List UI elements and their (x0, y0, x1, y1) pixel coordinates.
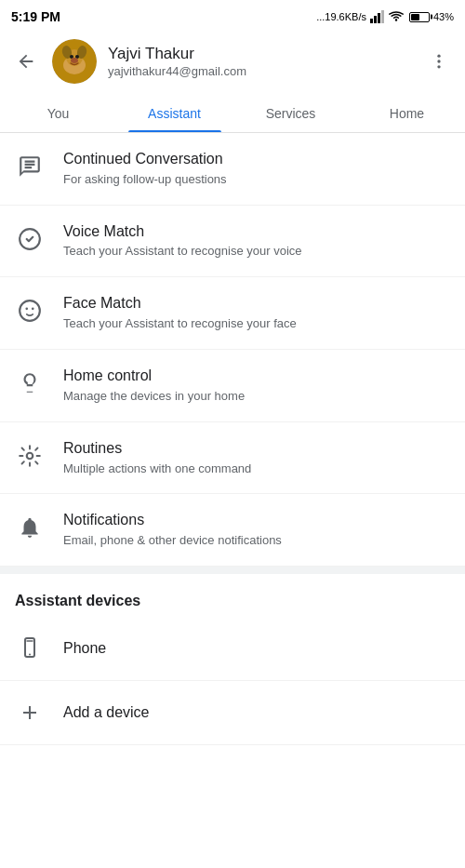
routines-subtitle: Multiple actions with one command (63, 461, 450, 477)
tab-you[interactable]: You (0, 93, 116, 132)
home-control-title: Home control (63, 367, 450, 386)
back-button[interactable] (11, 47, 41, 76)
phone-device-item[interactable]: Phone (0, 617, 465, 681)
continued-conversation-text: Continued Conversation For asking follow… (63, 150, 450, 188)
battery-icon (409, 12, 430, 22)
svg-point-17 (20, 301, 40, 322)
tabs-bar: You Assistant Services Home (0, 93, 465, 133)
tab-assistant[interactable]: Assistant (116, 93, 232, 132)
svg-rect-1 (374, 16, 377, 23)
network-speed: ...19.6KB/s (316, 11, 366, 22)
continued-conversation-subtitle: For asking follow-up questions (63, 172, 450, 188)
status-time: 5:19 PM (11, 9, 60, 24)
face-icon (15, 296, 45, 326)
assistant-devices-section: Assistant devices Phone Add a device (0, 574, 465, 745)
face-match-subtitle: Teach your Assistant to recognise your f… (63, 316, 450, 332)
add-device-item[interactable]: Add a device (0, 681, 465, 745)
home-control-text: Home control Manage the devices in your … (63, 367, 450, 405)
back-icon (16, 51, 36, 72)
tab-home[interactable]: Home (349, 93, 465, 132)
svg-rect-3 (381, 10, 384, 23)
notifications-title: Notifications (63, 511, 450, 530)
notifications-text: Notifications Email, phone & other devic… (63, 511, 450, 549)
svg-point-14 (437, 60, 440, 62)
svg-rect-2 (378, 13, 380, 23)
face-match-title: Face Match (63, 294, 450, 314)
routines-text: Routines Multiple actions with one comma… (63, 439, 450, 477)
add-icon (15, 698, 45, 728)
svg-point-15 (437, 65, 440, 68)
phone-label: Phone (63, 640, 106, 657)
routines-item[interactable]: Routines Multiple actions with one comma… (0, 422, 465, 495)
voice-match-subtitle: Teach your Assistant to recognise your v… (63, 244, 450, 260)
tab-services[interactable]: Services (232, 93, 349, 132)
svg-point-13 (437, 55, 440, 58)
notifications-item[interactable]: Notifications Email, phone & other devic… (0, 494, 465, 567)
svg-point-12 (71, 58, 78, 63)
wifi-icon (389, 10, 404, 23)
notifications-subtitle: Email, phone & other device notification… (63, 533, 450, 549)
more-icon (430, 52, 448, 71)
chat-icon (15, 152, 45, 181)
svg-point-4 (395, 19, 397, 20)
voice-icon (15, 224, 45, 254)
voice-match-title: Voice Match (63, 222, 450, 242)
continued-conversation-title: Continued Conversation (63, 150, 450, 169)
continued-conversation-item[interactable]: Continued Conversation For asking follow… (0, 133, 465, 206)
phone-icon (15, 634, 45, 663)
svg-point-18 (25, 308, 28, 311)
user-name: Yajvi Thakur (108, 45, 413, 63)
signal-icon (370, 10, 385, 23)
voice-match-text: Voice Match Teach your Assistant to reco… (63, 222, 450, 260)
status-icons: ...19.6KB/s 43% (316, 10, 454, 23)
svg-point-20 (27, 453, 33, 460)
bell-icon (15, 513, 45, 542)
battery-percent: 43% (433, 11, 454, 22)
user-email: yajvithakur44@gmail.com (108, 64, 413, 78)
avatar-image (52, 39, 97, 84)
routines-title: Routines (63, 439, 450, 459)
header: Yajvi Thakur yajvithakur44@gmail.com (0, 30, 465, 93)
assistant-devices-header: Assistant devices (0, 574, 465, 617)
menu-list: Continued Conversation For asking follow… (0, 133, 465, 567)
home-control-subtitle: Manage the devices in your home (63, 389, 450, 405)
svg-rect-0 (370, 19, 373, 23)
lightbulb-icon (15, 368, 45, 398)
voice-match-item[interactable]: Voice Match Teach your Assistant to reco… (0, 206, 465, 278)
avatar (52, 39, 97, 84)
svg-point-19 (32, 308, 34, 311)
home-control-item[interactable]: Home control Manage the devices in your … (0, 350, 465, 422)
face-match-text: Face Match Teach your Assistant to recog… (63, 294, 450, 332)
status-bar: 5:19 PM ...19.6KB/s 43% (0, 0, 465, 30)
face-match-item[interactable]: Face Match Teach your Assistant to recog… (0, 277, 465, 350)
user-info: Yajvi Thakur yajvithakur44@gmail.com (108, 45, 413, 78)
section-divider (0, 567, 465, 574)
add-device-label: Add a device (63, 704, 150, 721)
more-options-button[interactable] (424, 47, 454, 76)
svg-point-22 (29, 654, 31, 656)
routines-icon (15, 441, 45, 471)
